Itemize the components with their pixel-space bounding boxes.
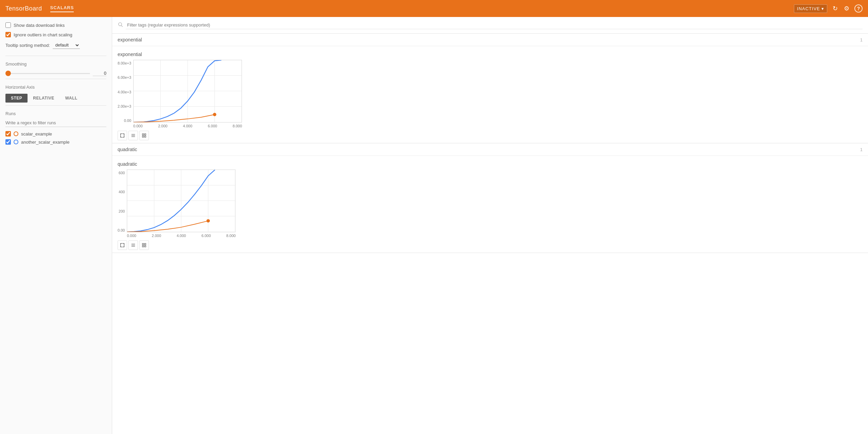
expand-chart-icon-exp[interactable] (118, 131, 127, 140)
chart-svg-area-quadratic (127, 169, 236, 232)
chart-wrapper-exponential: 8.00e+3 6.00e+3 4.00e+3 2.00e+3 0.00 (118, 60, 863, 128)
run-another-dot (14, 140, 18, 144)
main-content: exponential 1 exponential 8.00e+3 6.00e+… (112, 17, 868, 434)
smoothing-slider[interactable] (5, 73, 90, 74)
smoothing-label: Smoothing (5, 61, 106, 67)
svg-rect-39 (144, 246, 146, 247)
show-download-row: Show data download links (5, 22, 106, 28)
svg-rect-18 (144, 134, 146, 135)
runs-label: Runs (5, 111, 106, 116)
run-item-another: another_scalar_example (5, 139, 106, 145)
scalars-tab[interactable]: SCALARS (50, 5, 74, 12)
filter-bar (112, 17, 868, 34)
section-count-quadratic: 1 (860, 147, 863, 152)
chart-title-exponential: exponential (118, 52, 863, 57)
svg-rect-36 (142, 243, 144, 245)
ignore-outliers-checkbox[interactable] (5, 32, 11, 37)
chart-icons-exponential (118, 131, 863, 140)
chart-icons-quadratic (118, 240, 863, 250)
filter-input[interactable] (126, 21, 863, 29)
ignore-outliers-label: Ignore outliers in chart scaling (14, 32, 72, 37)
smoothing-value-input[interactable] (93, 71, 106, 76)
x-axis-quadratic: 0.000 2.000 4.000 6.000 8.000 (127, 232, 236, 238)
section-count-exponential: 1 (860, 37, 863, 42)
chart-title-quadratic: quadratic (118, 161, 863, 167)
runs-filter-input[interactable] (5, 119, 106, 127)
grid-chart-icon-quad[interactable] (139, 240, 149, 250)
svg-rect-13 (121, 134, 124, 138)
svg-rect-17 (142, 134, 144, 135)
run-scalar-label: scalar_example (21, 131, 52, 137)
run-item-scalar: scalar_example (5, 131, 106, 137)
settings-icon[interactable]: ⚙ (843, 5, 850, 12)
x-axis-exponential: 0.000 2.000 4.000 6.000 8.000 (133, 123, 242, 128)
dropdown-arrow-icon: ▾ (821, 6, 824, 11)
smoothing-row (5, 71, 106, 76)
tooltip-label: Tooltip sorting method: (5, 43, 50, 48)
run-scalar-checkbox[interactable] (5, 131, 11, 137)
chart-svg-area-exponential (133, 60, 242, 123)
step-button[interactable]: STEP (5, 94, 28, 103)
divider-1 (5, 56, 106, 56)
chart-plot-area-quadratic: 0.000 2.000 4.000 6.000 8.000 (127, 169, 236, 238)
nav-controls: INACTIVE ▾ ↻ ⚙ ? (794, 4, 863, 13)
show-download-label: Show data download links (14, 23, 65, 28)
run-another-label: another_scalar_example (21, 140, 69, 145)
chart-plot-area-exponential: 0.000 2.000 4.000 6.000 8.000 (133, 60, 242, 128)
svg-point-31 (207, 219, 210, 222)
svg-rect-37 (144, 243, 146, 245)
svg-rect-32 (121, 243, 124, 247)
wall-button[interactable]: WALL (60, 94, 83, 103)
run-scalar-dot (14, 131, 18, 136)
sidebar: Show data download links Ignore outliers… (0, 17, 112, 434)
tooltip-row: Tooltip sorting method: default (5, 41, 106, 49)
divider-3 (5, 105, 106, 106)
help-icon[interactable]: ? (854, 4, 863, 13)
search-icon (118, 22, 123, 29)
show-download-checkbox[interactable] (5, 22, 11, 28)
section-header-exponential: exponential 1 (112, 34, 868, 46)
svg-rect-19 (142, 136, 144, 137)
svg-line-1 (121, 25, 123, 27)
expand-chart-icon-quad[interactable] (118, 240, 127, 250)
section-title-quadratic: quadratic (118, 147, 137, 152)
main-layout: Show data download links Ignore outliers… (0, 17, 868, 434)
y-axis-quadratic: 600 400 200 0.00 (118, 169, 127, 232)
axis-label: Horizontal Axis (5, 85, 106, 90)
axis-buttons: STEP RELATIVE WALL (5, 94, 106, 103)
chart-wrapper-quadratic: 600 400 200 0.00 (118, 169, 863, 238)
y-axis-exponential: 8.00e+3 6.00e+3 4.00e+3 2.00e+3 0.00 (118, 60, 133, 123)
chart-container-quadratic: quadratic 600 400 200 0.00 (112, 156, 868, 253)
list-chart-icon-exp[interactable] (128, 131, 138, 140)
svg-rect-20 (144, 136, 146, 137)
app-logo: TensorBoard (5, 5, 42, 12)
section-header-quadratic: quadratic 1 (112, 143, 868, 156)
tooltip-select[interactable]: default (53, 41, 80, 49)
chart-container-exponential: exponential 8.00e+3 6.00e+3 4.00e+3 2.00… (112, 46, 868, 143)
status-dropdown[interactable]: INACTIVE ▾ (794, 4, 827, 13)
section-exponential: exponential 1 exponential 8.00e+3 6.00e+… (112, 34, 868, 143)
refresh-icon[interactable]: ↻ (831, 5, 839, 12)
svg-point-12 (213, 113, 216, 116)
run-another-checkbox[interactable] (5, 139, 11, 145)
grid-chart-icon-exp[interactable] (139, 131, 149, 140)
relative-button[interactable]: RELATIVE (28, 94, 59, 103)
section-quadratic: quadratic 1 quadratic 600 400 200 0.00 (112, 143, 868, 253)
top-nav: TensorBoard SCALARS INACTIVE ▾ ↻ ⚙ ? (0, 0, 868, 17)
list-chart-icon-quad[interactable] (128, 240, 138, 250)
svg-point-0 (119, 23, 122, 26)
svg-rect-38 (142, 246, 144, 247)
ignore-outliers-row: Ignore outliers in chart scaling (5, 32, 106, 37)
divider-2 (5, 79, 106, 79)
section-title-exponential: exponential (118, 37, 142, 42)
